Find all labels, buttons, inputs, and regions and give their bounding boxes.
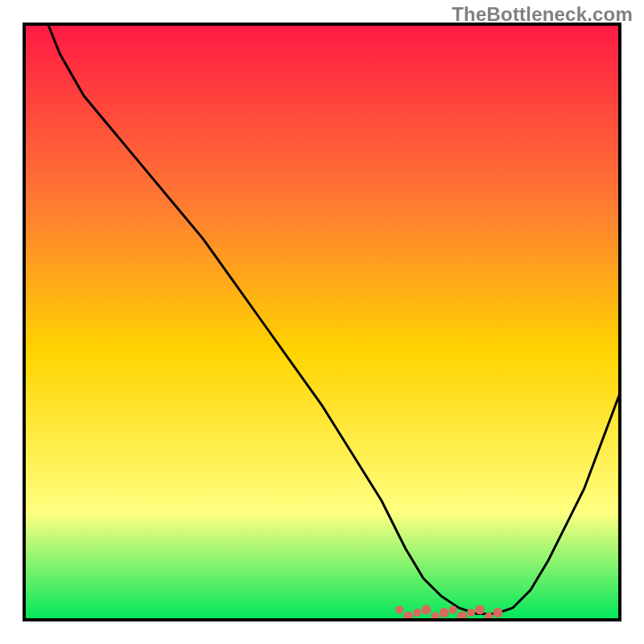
- optimal-dot: [395, 605, 403, 613]
- optimal-dot: [467, 609, 475, 617]
- heatmap-background: [24, 24, 620, 620]
- plot-area: [24, 24, 620, 620]
- optimal-dot: [449, 605, 457, 613]
- optimal-dot: [493, 608, 502, 617]
- optimal-dot: [475, 605, 485, 614]
- optimal-dot: [422, 605, 431, 614]
- bottleneck-chart: [0, 0, 644, 644]
- optimal-dot: [440, 608, 449, 617]
- optimal-dot: [413, 609, 421, 617]
- chart-container: TheBottleneck.com: [0, 0, 644, 644]
